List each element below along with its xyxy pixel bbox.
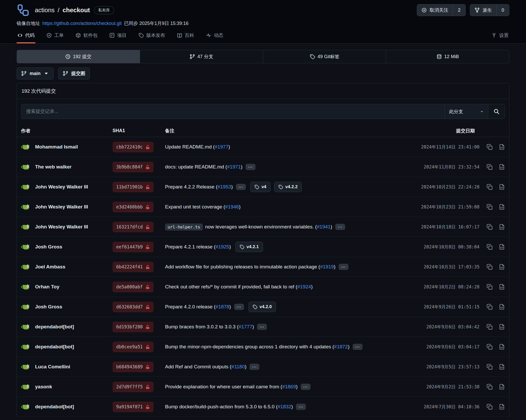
ellipsis-button[interactable]: ··· xyxy=(234,304,244,310)
commit-sha-badge[interactable]: 9a9194f871 xyxy=(113,402,154,412)
browse-source-button[interactable] xyxy=(499,184,505,190)
commit-sha-badge[interactable]: e3d2460bbb xyxy=(113,202,154,212)
commit-sha-badge[interactable]: 163217dfcd xyxy=(113,222,154,232)
stat-commits[interactable]: 192 提交 xyxy=(17,50,140,63)
tag-button[interactable]: v4.2.1 xyxy=(235,242,263,252)
commit-sha-badge[interactable]: 3b9b8c884f xyxy=(113,162,154,172)
browse-source-button[interactable] xyxy=(499,144,505,150)
copy-sha-button[interactable] xyxy=(486,264,493,270)
ellipsis-button[interactable]: ··· xyxy=(353,344,363,350)
copy-sha-button[interactable] xyxy=(486,324,493,330)
author-name-link[interactable]: The web walker xyxy=(35,164,71,170)
author-name-link[interactable]: Luca Comellini xyxy=(35,364,70,370)
copy-sha-button[interactable] xyxy=(486,384,493,390)
ellipsis-button[interactable]: ··· xyxy=(249,364,259,370)
browse-source-button[interactable] xyxy=(499,344,505,350)
tab-issues[interactable]: 工单 xyxy=(46,30,64,43)
watchers-count[interactable]: 2 xyxy=(453,4,465,16)
search-submit-button[interactable] xyxy=(488,104,505,119)
tab-wiki[interactable]: 百科 xyxy=(176,30,195,43)
pr-link[interactable]: #1180 xyxy=(232,364,245,370)
commit-sha-badge[interactable]: 6b42224f41 xyxy=(113,262,154,272)
commit-sha-badge[interactable]: 2d7d9f7ff5 xyxy=(113,382,154,392)
commit-sha-badge[interactable]: 6d193bf280 xyxy=(113,322,154,332)
browse-source-button[interactable] xyxy=(499,304,505,310)
tab-packages[interactable]: 软件包 xyxy=(75,30,98,43)
ellipsis-button[interactable]: ··· xyxy=(246,164,255,170)
unwatch-button[interactable]: 取消关注 2 xyxy=(417,4,466,16)
ellipsis-button[interactable]: ··· xyxy=(236,184,246,190)
forks-count[interactable]: 0 xyxy=(496,4,509,16)
pr-link[interactable]: #1924 xyxy=(297,284,311,290)
author-name-link[interactable]: John Wesley Walker III xyxy=(35,184,88,190)
ellipsis-button[interactable]: ··· xyxy=(335,224,345,230)
copy-sha-button[interactable] xyxy=(486,164,493,170)
tab-code[interactable]: 代码 xyxy=(17,30,35,43)
copy-sha-button[interactable] xyxy=(486,204,493,210)
author-name-link[interactable]: dependabot[bot] xyxy=(35,344,74,350)
tag-button[interactable]: v4.2.0 xyxy=(248,302,276,312)
commit-sha-badge[interactable]: b684943689 xyxy=(113,362,154,372)
commit-sha-badge[interactable]: 11bd71901b xyxy=(113,182,154,192)
tab-projects[interactable]: 项目 xyxy=(109,30,127,43)
browse-source-button[interactable] xyxy=(499,264,505,270)
copy-sha-button[interactable] xyxy=(486,304,493,310)
author-name-link[interactable]: yasonk xyxy=(35,384,52,390)
author-name-link[interactable]: Joel Ambass xyxy=(35,264,65,270)
commit-sha-badge[interactable]: db0cee9a51 xyxy=(113,342,154,352)
pr-link[interactable]: #1872 xyxy=(334,344,348,350)
author-name-link[interactable]: Orhan Toy xyxy=(35,284,60,290)
copy-sha-button[interactable] xyxy=(486,344,493,350)
browse-source-button[interactable] xyxy=(499,284,505,290)
copy-sha-button[interactable] xyxy=(486,244,493,250)
ellipsis-button[interactable]: ··· xyxy=(257,324,267,330)
ellipsis-button[interactable]: ··· xyxy=(339,264,349,270)
copy-sha-button[interactable] xyxy=(486,184,493,190)
browse-source-button[interactable] xyxy=(499,204,505,210)
browse-source-button[interactable] xyxy=(499,224,505,230)
commit-sha-badge[interactable]: de5a000abf xyxy=(113,282,154,292)
repo-owner-link[interactable]: actions xyxy=(35,6,55,14)
author-name-link[interactable]: dependabot[bot] xyxy=(35,324,74,330)
commit-sha-badge[interactable]: d632683dd7 xyxy=(113,302,154,312)
pr-link[interactable]: #1869 xyxy=(282,384,296,390)
ellipsis-button[interactable]: ··· xyxy=(301,384,311,390)
branch-selector[interactable]: main xyxy=(17,67,54,79)
pr-link[interactable]: #1878 xyxy=(215,304,229,310)
stat-branches[interactable]: 47 分支 xyxy=(140,50,263,63)
commit-sha-badge[interactable]: eef61447b9 xyxy=(113,242,154,252)
stat-size[interactable]: 12 MiB xyxy=(386,50,509,63)
browse-source-button[interactable] xyxy=(499,244,505,250)
pr-link[interactable]: #1971 xyxy=(227,164,241,170)
browse-source-button[interactable] xyxy=(499,364,505,370)
author-name-link[interactable]: John Wesley Walker III xyxy=(35,224,88,230)
pr-link[interactable]: #1832 xyxy=(278,404,291,410)
tag-button[interactable]: v4.2.2 xyxy=(274,182,302,192)
pr-link[interactable]: #1946 xyxy=(225,204,239,210)
ellipsis-button[interactable]: ··· xyxy=(296,404,306,410)
mirror-url-link[interactable]: https://github.com/actions/checkout.git xyxy=(42,21,122,26)
branch-filter-dropdown[interactable]: 此分支 xyxy=(444,104,488,119)
author-name-link[interactable]: Josh Gross xyxy=(35,304,62,310)
copy-sha-button[interactable] xyxy=(486,364,493,370)
pr-link[interactable]: #1925 xyxy=(215,244,229,250)
browse-source-button[interactable] xyxy=(499,404,505,410)
pr-link[interactable]: #1919 xyxy=(320,264,334,270)
copy-sha-button[interactable] xyxy=(486,144,493,150)
tag-button[interactable]: v4 xyxy=(250,182,271,192)
author-name-link[interactable]: dependabot[bot] xyxy=(35,404,74,410)
copy-sha-button[interactable] xyxy=(486,284,493,290)
tab-activity[interactable]: 动态 xyxy=(205,30,224,43)
tab-releases[interactable]: 版本发布 xyxy=(138,30,166,43)
tab-settings[interactable]: 设置 xyxy=(491,30,509,43)
commit-sha-badge[interactable]: cbb722410c xyxy=(113,142,154,152)
author-name-link[interactable]: John Wesley Walker III xyxy=(35,204,88,210)
pr-link[interactable]: #1953 xyxy=(218,184,231,190)
copy-sha-button[interactable] xyxy=(486,404,493,410)
pr-link[interactable]: #1977 xyxy=(215,144,228,150)
copy-sha-button[interactable] xyxy=(486,224,493,230)
browse-source-button[interactable] xyxy=(499,164,505,170)
stat-tags[interactable]: 49 Git标签 xyxy=(263,50,386,63)
commit-graph-button[interactable]: 提交图 xyxy=(58,67,90,79)
pr-link[interactable]: #1777 xyxy=(239,324,252,330)
